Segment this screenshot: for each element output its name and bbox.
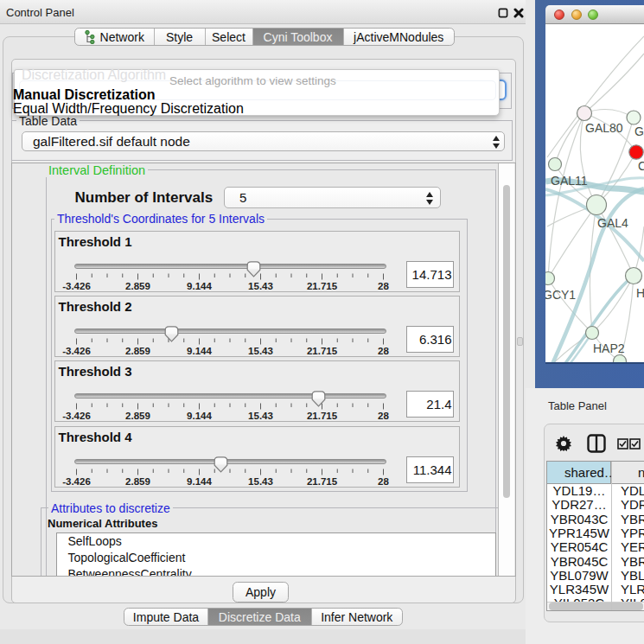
svg-text:HAP2: HAP2 <box>593 341 625 355</box>
svg-text:GAL11: GAL11 <box>551 174 588 188</box>
svg-text:H: H <box>636 286 644 300</box>
svg-text:GA: GA <box>634 124 644 138</box>
svg-text:GAL80: GAL80 <box>585 121 623 135</box>
svg-text:C: C <box>638 159 644 173</box>
svg-text:GCY1: GCY1 <box>545 288 576 302</box>
svg-text:GAL4: GAL4 <box>597 216 628 230</box>
